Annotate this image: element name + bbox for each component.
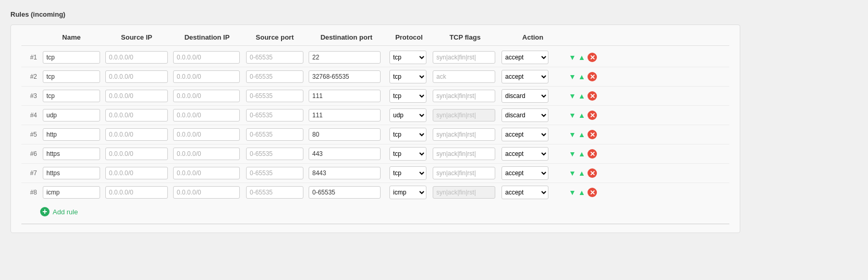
select-action-7[interactable]: acceptdiscardreject	[502, 166, 548, 180]
input-src-port-8[interactable]	[246, 186, 303, 199]
cell-controls-4: ▼ ▲ ✕	[567, 111, 608, 120]
select-protocol-3[interactable]: tcpudpicmpany	[389, 89, 426, 103]
input-src-port-4[interactable]	[246, 109, 303, 121]
input-dst-port-3[interactable]	[309, 90, 381, 102]
move-up-button-1[interactable]: ▲	[578, 53, 585, 62]
input-src-ip-8[interactable]	[105, 186, 168, 199]
delete-button-6[interactable]: ✕	[588, 149, 597, 159]
input-name-2[interactable]	[43, 70, 100, 83]
input-src-ip-4[interactable]	[105, 109, 168, 121]
cell-action-2: acceptdiscardreject	[499, 70, 567, 83]
input-dst-ip-8[interactable]	[173, 186, 240, 199]
cell-src-ip-1	[103, 51, 170, 64]
input-tcp-flags-5[interactable]	[433, 128, 495, 141]
input-name-1[interactable]	[43, 51, 100, 64]
input-dst-ip-7[interactable]	[173, 167, 240, 179]
select-action-6[interactable]: acceptdiscardreject	[502, 147, 548, 161]
input-src-ip-2[interactable]	[105, 70, 168, 83]
input-dst-port-4[interactable]	[309, 109, 381, 121]
input-name-5[interactable]	[43, 128, 100, 141]
input-dst-ip-1[interactable]	[173, 51, 240, 64]
input-dst-port-5[interactable]	[309, 128, 381, 141]
delete-button-5[interactable]: ✕	[588, 130, 597, 139]
input-dst-port-6[interactable]	[309, 148, 381, 160]
select-protocol-7[interactable]: tcpudpicmpany	[389, 166, 426, 180]
move-down-button-7[interactable]: ▼	[569, 169, 576, 177]
input-tcp-flags-6[interactable]	[433, 148, 495, 160]
delete-button-1[interactable]: ✕	[588, 53, 597, 62]
input-dst-ip-4[interactable]	[173, 109, 240, 121]
move-down-button-6[interactable]: ▼	[569, 150, 576, 158]
move-down-button-8[interactable]: ▼	[569, 188, 576, 197]
move-up-button-5[interactable]: ▲	[578, 130, 585, 139]
select-action-5[interactable]: acceptdiscardreject	[502, 128, 548, 141]
cell-src-ip-8	[103, 186, 170, 199]
input-dst-port-8[interactable]	[309, 186, 381, 199]
input-src-port-6[interactable]	[246, 148, 303, 160]
input-tcp-flags-4[interactable]	[433, 109, 495, 121]
row-number-7: #7	[21, 169, 40, 177]
select-action-3[interactable]: acceptdiscardreject	[502, 89, 548, 103]
input-dst-port-2[interactable]	[309, 70, 381, 83]
input-src-port-5[interactable]	[246, 128, 303, 141]
input-src-ip-3[interactable]	[105, 90, 168, 102]
move-down-button-2[interactable]: ▼	[569, 72, 576, 81]
input-dst-ip-3[interactable]	[173, 90, 240, 102]
input-tcp-flags-2[interactable]	[433, 70, 495, 83]
move-up-button-4[interactable]: ▲	[578, 111, 585, 119]
select-protocol-6[interactable]: tcpudpicmpany	[389, 147, 426, 161]
input-tcp-flags-8[interactable]	[433, 186, 495, 199]
delete-button-3[interactable]: ✕	[588, 91, 597, 101]
select-protocol-4[interactable]: tcpudpicmpany	[389, 108, 426, 122]
bottom-divider	[21, 224, 729, 224]
select-action-2[interactable]: acceptdiscardreject	[502, 70, 548, 83]
select-protocol-2[interactable]: tcpudpicmpany	[389, 70, 426, 83]
select-protocol-1[interactable]: tcpudpicmpany	[389, 51, 426, 64]
cell-tcp-flags-4	[431, 109, 499, 121]
cell-protocol-7: tcpudpicmpany	[387, 166, 431, 180]
select-action-1[interactable]: acceptdiscardreject	[502, 51, 548, 64]
move-down-button-3[interactable]: ▼	[569, 92, 576, 100]
cell-protocol-2: tcpudpicmpany	[387, 70, 431, 83]
cell-action-7: acceptdiscardreject	[499, 166, 567, 180]
move-down-button-5[interactable]: ▼	[569, 130, 576, 139]
delete-button-8[interactable]: ✕	[588, 188, 597, 197]
input-name-8[interactable]	[43, 186, 100, 199]
move-down-button-1[interactable]: ▼	[569, 53, 576, 62]
input-dst-port-1[interactable]	[309, 51, 381, 64]
input-name-6[interactable]	[43, 148, 100, 160]
input-tcp-flags-3[interactable]	[433, 90, 495, 102]
input-src-ip-1[interactable]	[105, 51, 168, 64]
input-name-7[interactable]	[43, 167, 100, 179]
select-protocol-5[interactable]: tcpudpicmpany	[389, 128, 426, 141]
input-src-port-7[interactable]	[246, 167, 303, 179]
input-src-ip-5[interactable]	[105, 128, 168, 141]
select-action-4[interactable]: acceptdiscardreject	[502, 108, 548, 122]
input-dst-ip-6[interactable]	[173, 148, 240, 160]
move-up-button-6[interactable]: ▲	[578, 150, 585, 158]
select-action-8[interactable]: acceptdiscardreject	[502, 186, 548, 199]
input-tcp-flags-1[interactable]	[433, 51, 495, 64]
move-up-button-2[interactable]: ▲	[578, 72, 585, 81]
select-protocol-8[interactable]: tcpudpicmpany	[389, 186, 426, 199]
input-src-ip-7[interactable]	[105, 167, 168, 179]
input-src-port-1[interactable]	[246, 51, 303, 64]
input-name-4[interactable]	[43, 109, 100, 121]
add-rule-row[interactable]: + Add rule	[21, 202, 729, 218]
input-src-port-3[interactable]	[246, 90, 303, 102]
move-up-button-3[interactable]: ▲	[578, 92, 585, 100]
delete-button-4[interactable]: ✕	[588, 111, 597, 120]
delete-button-2[interactable]: ✕	[588, 72, 597, 81]
input-name-3[interactable]	[43, 90, 100, 102]
move-up-button-7[interactable]: ▲	[578, 169, 585, 177]
cell-dst-ip-6	[170, 148, 243, 160]
input-src-port-2[interactable]	[246, 70, 303, 83]
input-dst-port-7[interactable]	[309, 167, 381, 179]
delete-button-7[interactable]: ✕	[588, 168, 597, 178]
input-src-ip-6[interactable]	[105, 148, 168, 160]
move-up-button-8[interactable]: ▲	[578, 188, 585, 197]
input-dst-ip-5[interactable]	[173, 128, 240, 141]
move-down-button-4[interactable]: ▼	[569, 111, 576, 119]
input-dst-ip-2[interactable]	[173, 70, 240, 83]
input-tcp-flags-7[interactable]	[433, 167, 495, 179]
